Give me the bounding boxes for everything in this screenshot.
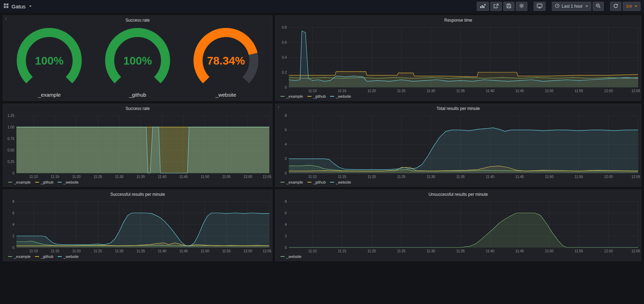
svg-text:0.25: 0.25 bbox=[8, 160, 15, 164]
svg-text:12:05: 12:05 bbox=[631, 249, 640, 253]
chart-legend: _example_github_website bbox=[276, 94, 641, 101]
settings-button[interactable] bbox=[516, 2, 527, 11]
legend-item-_example[interactable]: _example bbox=[280, 180, 303, 184]
legend-item-_github[interactable]: _github bbox=[35, 254, 53, 259]
legend-label: _website bbox=[64, 180, 79, 184]
svg-text:11:25: 11:25 bbox=[397, 89, 406, 93]
zoom-out-button[interactable] bbox=[593, 2, 604, 11]
panel-success-rate-graph: Success rate 00.250.500.751.001.2511:101… bbox=[3, 104, 272, 187]
time-series-chart[interactable]: 00.20.40.60.811:1011:1511:2011:2511:3011… bbox=[276, 24, 641, 94]
svg-text:11:10: 11:10 bbox=[308, 175, 317, 179]
dashboard-title-menu[interactable]: Gatus bbox=[3, 3, 32, 10]
svg-text:11:20: 11:20 bbox=[367, 249, 376, 253]
svg-text:0: 0 bbox=[285, 246, 287, 250]
svg-text:8: 8 bbox=[285, 200, 287, 203]
legend-item-_website[interactable]: _website bbox=[330, 180, 351, 184]
svg-text:11:35: 11:35 bbox=[137, 175, 145, 179]
legend-item-_github[interactable]: _github bbox=[307, 180, 326, 184]
panel-title[interactable]: Successful results per minute bbox=[3, 190, 272, 199]
legend-label: _website bbox=[336, 94, 351, 98]
svg-text:11:20: 11:20 bbox=[367, 89, 376, 93]
chart-legend: _example_github_website bbox=[3, 254, 272, 261]
svg-text:11:20: 11:20 bbox=[72, 175, 81, 179]
svg-text:11:45: 11:45 bbox=[515, 89, 524, 93]
svg-text:12:00: 12:00 bbox=[604, 89, 613, 93]
svg-text:11:25: 11:25 bbox=[94, 175, 102, 179]
svg-text:6: 6 bbox=[285, 128, 287, 132]
panel-title[interactable]: Success rate bbox=[3, 104, 272, 113]
legend-label: _github bbox=[313, 180, 326, 184]
time-series-chart[interactable]: 00.250.500.751.001.2511:1011:1511:2011:2… bbox=[3, 113, 272, 179]
svg-text:12:05: 12:05 bbox=[263, 249, 271, 253]
legend-item-_website[interactable]: _website bbox=[58, 180, 79, 184]
gauge-_example: 100%_example bbox=[6, 28, 92, 98]
svg-text:11:10: 11:10 bbox=[29, 249, 38, 253]
panel-success-rate-gauges: i Success rate 100%_example100%_github78… bbox=[3, 15, 272, 101]
svg-text:0: 0 bbox=[12, 171, 14, 175]
save-button[interactable] bbox=[503, 2, 514, 11]
caret-down-icon bbox=[29, 6, 32, 7]
legend-item-_example[interactable]: _example bbox=[8, 254, 31, 259]
legend-label: _website bbox=[286, 254, 301, 259]
time-series-chart[interactable]: 0246811:1011:1511:2011:2511:3011:3511:40… bbox=[3, 199, 272, 254]
monitor-icon bbox=[537, 3, 542, 9]
panel-title[interactable]: Response time bbox=[276, 16, 641, 24]
gauge-svg: 78.34% bbox=[183, 28, 269, 91]
svg-text:11:15: 11:15 bbox=[338, 249, 346, 253]
legend-color-swatch bbox=[280, 256, 285, 257]
refresh-button[interactable] bbox=[610, 2, 621, 11]
chart-svg: 00.250.500.751.001.2511:1011:1511:2011:2… bbox=[3, 113, 272, 179]
svg-text:0.8: 0.8 bbox=[282, 25, 287, 29]
svg-text:4: 4 bbox=[285, 223, 287, 227]
legend-item-_website[interactable]: _website bbox=[280, 254, 301, 259]
svg-text:12:00: 12:00 bbox=[604, 175, 613, 179]
gauge-value: 100% bbox=[35, 54, 64, 67]
svg-text:8: 8 bbox=[285, 114, 287, 118]
legend-item-_example[interactable]: _example bbox=[8, 180, 31, 184]
legend-label: _example bbox=[14, 180, 31, 184]
chart-svg: 0246811:1011:1511:2011:2511:3011:3511:40… bbox=[276, 199, 641, 254]
panel-info-icon[interactable]: i bbox=[278, 105, 279, 109]
panel-total-results: i Total results per minute 0246811:1011:… bbox=[275, 104, 641, 187]
panel-title[interactable]: Total results per minute bbox=[276, 104, 641, 113]
dashboard-title: Gatus bbox=[12, 3, 25, 9]
gauge-value: 100% bbox=[123, 54, 152, 67]
svg-text:11:10: 11:10 bbox=[308, 89, 317, 93]
legend-item-_github[interactable]: _github bbox=[307, 94, 326, 98]
tv-mode-button[interactable] bbox=[534, 2, 546, 11]
svg-text:6: 6 bbox=[285, 211, 287, 215]
time-range-button[interactable]: Last 1 hour bbox=[552, 2, 591, 11]
panel-title[interactable]: Success rate bbox=[3, 16, 272, 24]
refresh-interval-dropdown[interactable]: 1m bbox=[623, 2, 641, 11]
legend-label: _github bbox=[41, 180, 53, 184]
svg-text:11:45: 11:45 bbox=[515, 249, 524, 253]
time-series-chart[interactable]: 0246811:1011:1511:2011:2511:3011:3511:40… bbox=[276, 199, 641, 254]
panel-title[interactable]: Unsuccessful results per minute bbox=[276, 190, 641, 199]
svg-text:11:30: 11:30 bbox=[427, 89, 436, 93]
svg-text:1.00: 1.00 bbox=[8, 125, 15, 129]
share-button[interactable] bbox=[490, 2, 502, 11]
svg-text:2: 2 bbox=[12, 234, 14, 238]
gauge-_github: 100%_github bbox=[95, 28, 181, 98]
svg-text:11:10: 11:10 bbox=[308, 249, 317, 253]
legend-color-swatch bbox=[58, 256, 62, 257]
svg-text:11:40: 11:40 bbox=[486, 249, 495, 253]
svg-text:0: 0 bbox=[285, 171, 287, 175]
legend-item-_website[interactable]: _website bbox=[58, 254, 79, 259]
add-panel-button[interactable] bbox=[477, 2, 489, 11]
gauge-label: _website bbox=[215, 92, 236, 98]
svg-text:11:45: 11:45 bbox=[179, 175, 188, 179]
legend-item-_example[interactable]: _example bbox=[280, 94, 303, 98]
panel-info-icon[interactable]: i bbox=[6, 16, 7, 21]
time-series-chart[interactable]: 0246811:1011:1511:2011:2511:3011:3511:40… bbox=[276, 113, 641, 179]
panel-unsuccessful-results: Unsuccessful results per minute 0246811:… bbox=[275, 190, 641, 261]
legend-item-_github[interactable]: _github bbox=[35, 180, 53, 184]
svg-text:11:50: 11:50 bbox=[545, 175, 554, 179]
svg-text:11:55: 11:55 bbox=[575, 175, 583, 179]
svg-text:11:45: 11:45 bbox=[179, 249, 188, 253]
legend-item-_website[interactable]: _website bbox=[330, 94, 351, 98]
svg-text:11:50: 11:50 bbox=[545, 249, 554, 253]
caret-down-icon bbox=[635, 6, 637, 7]
navbar: Gatus bbox=[0, 0, 644, 13]
svg-text:11:10: 11:10 bbox=[29, 175, 38, 179]
